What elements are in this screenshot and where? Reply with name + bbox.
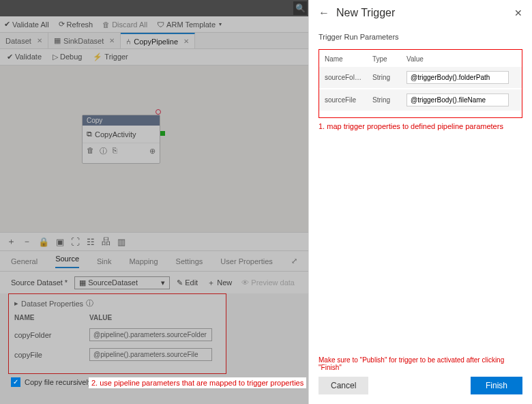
tab-settings[interactable]: Settings: [176, 257, 203, 265]
preview-button: 👁 Preview data: [241, 278, 295, 287]
zoom-in-icon[interactable]: ＋: [7, 235, 16, 248]
col-value: VALUE: [89, 314, 112, 321]
finish-button[interactable]: Finish: [471, 377, 522, 394]
clone-icon[interactable]: ⎘: [113, 146, 117, 156]
main-toolbar: ✔ Validate All ⟳ Refresh 🗑 Discard All 🛡…: [0, 16, 308, 33]
edit-button[interactable]: ✎ Edit: [177, 278, 198, 287]
tab-user-properties[interactable]: User Properties: [220, 257, 272, 265]
info-icon[interactable]: ⓘ: [100, 146, 107, 156]
chevron-down-icon: ▾: [219, 21, 222, 27]
delete-icon[interactable]: 🗑: [87, 146, 94, 156]
panel-title: New Trigger: [336, 7, 507, 19]
canvas-toolbar: ✔ Validate ▷ Debug ⚡ Trigger: [0, 49, 308, 66]
refresh-button[interactable]: ⟳ Refresh: [59, 20, 93, 29]
fullscreen-icon[interactable]: ⛶: [71, 237, 80, 247]
tab-dataset[interactable]: Dataset✕: [0, 33, 48, 48]
close-icon[interactable]: ✕: [183, 38, 189, 45]
expand-panel-icon[interactable]: ⤢: [291, 257, 297, 265]
copy-activity-card[interactable]: Copy ⧉CopyActivity 🗑 ⓘ ⎘ ⊕: [82, 115, 160, 164]
activity-connector[interactable]: [160, 131, 165, 136]
info-icon[interactable]: ⓘ: [86, 298, 93, 308]
tab-source[interactable]: Source: [55, 255, 79, 268]
arm-template-button[interactable]: 🛡 ARM Template▾: [157, 20, 222, 29]
lock-icon[interactable]: 🔒: [38, 237, 49, 247]
param-type: String: [372, 74, 407, 81]
section-title: Trigger Run Parameters: [309, 30, 532, 44]
tab-mapping[interactable]: Mapping: [129, 257, 158, 265]
copy-icon: ⧉: [87, 130, 92, 139]
close-icon[interactable]: ✕: [514, 8, 522, 18]
cancel-button[interactable]: Cancel: [319, 377, 368, 394]
tab-general[interactable]: General: [11, 257, 38, 265]
layout-icon[interactable]: 品: [102, 235, 110, 248]
col-value: Value: [407, 55, 516, 63]
activity-error-indicator: [156, 109, 161, 115]
validate-all-button[interactable]: ✔ Validate All: [4, 20, 49, 29]
col-name: Name: [325, 55, 372, 63]
debug-button[interactable]: ▷ Debug: [53, 53, 82, 61]
dataset-properties-panel: ▸Dataset Properties ⓘ NAMEVALUE copyFold…: [8, 293, 226, 374]
source-dataset-select[interactable]: ▦ SourceDataset ▾: [74, 276, 170, 289]
canvas-control-bar: ＋ － 🔒 ▣ ⛶ ☷ 品 ▥: [0, 232, 308, 251]
publish-note: Make sure to "Publish" for trigger to be…: [309, 356, 532, 377]
search-icon[interactable]: 🔍: [293, 1, 307, 15]
activity-category: Copy: [83, 115, 160, 126]
table-row: sourceFol… String: [319, 67, 522, 88]
copy-recursively-checkbox[interactable]: ✓: [11, 377, 20, 387]
source-dataset-row: Source Dataset * ▦ SourceDataset ▾ ✎ Edi…: [0, 272, 308, 293]
param-name: sourceFile: [325, 96, 372, 104]
param-name: copyFolder: [14, 331, 89, 339]
param-value-input[interactable]: [89, 328, 212, 341]
col-name: NAME: [14, 314, 89, 321]
expand-icon[interactable]: ⊕: [149, 147, 156, 156]
param-name: copyFile: [14, 351, 89, 359]
param-type: String: [372, 96, 407, 104]
param-value-input[interactable]: [89, 348, 212, 361]
tab-copypipeline[interactable]: ⑃ CopyPipeline✕: [121, 33, 195, 48]
param-value-input[interactable]: [407, 71, 509, 84]
table-row: sourceFile String: [319, 89, 522, 111]
chevron-down-icon: ▾: [161, 278, 165, 287]
align-icon[interactable]: ☷: [87, 237, 95, 247]
tab-sink[interactable]: Sink: [97, 257, 111, 265]
discard-all-button[interactable]: 🗑 Discard All: [102, 20, 147, 29]
back-icon[interactable]: ←: [319, 7, 329, 19]
global-topbar: 🔍: [0, 0, 308, 16]
close-icon[interactable]: ✕: [37, 37, 42, 44]
property-tabs: General Source Sink Mapping Settings Use…: [0, 251, 308, 272]
copy-recursively-label: Copy file recursively: [25, 378, 91, 386]
table-row: copyFile: [14, 348, 220, 361]
new-trigger-panel: ← New Trigger ✕ Trigger Run Parameters N…: [308, 0, 532, 404]
zoom-out-icon[interactable]: －: [23, 235, 31, 248]
trigger-button[interactable]: ⚡ Trigger: [93, 53, 128, 61]
annotation-1: 1. map trigger properties to defined pip…: [309, 118, 532, 134]
param-value-input[interactable]: [407, 93, 509, 106]
pipeline-canvas[interactable]: ✔ Validate ▷ Debug ⚡ Trigger Copy ⧉CopyA…: [0, 49, 308, 232]
annotation-2: 2. use pipeline parameters that are mapp…: [89, 377, 306, 388]
tab-sinkdataset[interactable]: ▦ SinkDataset✕: [48, 33, 121, 48]
collapse-icon[interactable]: ▸: [14, 299, 18, 308]
new-button[interactable]: ＋ New: [207, 278, 232, 288]
validate-button[interactable]: ✔ Validate: [7, 53, 42, 61]
close-icon[interactable]: ✕: [109, 37, 115, 44]
fit-icon[interactable]: ▣: [56, 237, 64, 247]
col-type: Type: [372, 55, 407, 63]
table-row: copyFolder: [14, 328, 220, 341]
param-name: sourceFol…: [325, 74, 372, 81]
editor-tabs: Dataset✕ ▦ SinkDataset✕ ⑃ CopyPipeline✕: [0, 33, 308, 49]
trigger-params-table: Name Type Value sourceFol… String source…: [319, 49, 522, 118]
layers-icon[interactable]: ▥: [117, 237, 125, 247]
activity-name: CopyActivity: [95, 130, 136, 139]
source-dataset-label: Source Dataset *: [11, 278, 68, 287]
